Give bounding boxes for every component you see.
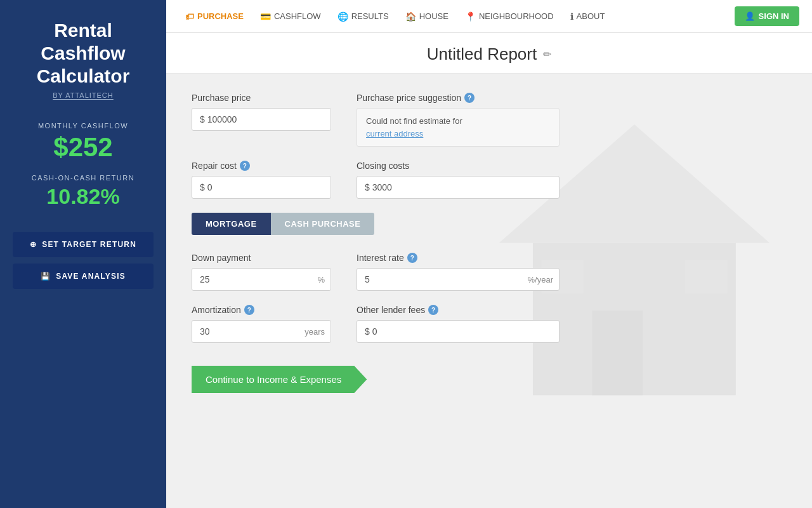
amortization-suffix: years [304, 327, 325, 337]
amortization-help-icon[interactable]: ? [244, 305, 254, 315]
nav-neighbourhood[interactable]: 📍 NEIGHBOURHOOD [459, 8, 560, 25]
neighbourhood-icon: 📍 [465, 11, 476, 22]
purchase-price-suggestion-label: Purchase price suggestion ? [357, 93, 560, 103]
suggestion-box: Could not find estimate for current addr… [357, 108, 560, 147]
closing-costs-group: Closing costs [357, 161, 560, 199]
down-payment-group: Down payment % [192, 253, 331, 291]
cash-purchase-button[interactable]: CASH PURCHASE [271, 213, 375, 235]
amortization-group: Amortization ? years [192, 305, 331, 343]
repair-cost-input[interactable] [192, 176, 331, 199]
interest-help-icon[interactable]: ? [407, 253, 417, 263]
down-payment-input-wrapper: % [192, 268, 331, 291]
interest-rate-input-wrapper: %/year [357, 268, 560, 291]
user-icon: 👤 [745, 11, 755, 21]
amortization-input-wrapper: years [192, 320, 331, 343]
other-lender-fees-input[interactable] [357, 320, 560, 343]
page-title-bar: Untitled Report ✏ [166, 33, 812, 74]
purchase-price-input[interactable] [192, 108, 331, 131]
continue-button[interactable]: Continue to Income & Expenses [192, 366, 367, 393]
nav-results[interactable]: 🌐 RESULTS [331, 8, 395, 25]
nav-purchase[interactable]: 🏷 PURCHASE [179, 8, 250, 25]
suggestion-help-icon[interactable]: ? [464, 93, 475, 103]
sign-in-button[interactable]: 👤 SIGN IN [735, 6, 799, 26]
house-icon: 🏠 [405, 11, 416, 22]
about-icon: ℹ [570, 11, 573, 22]
interest-rate-suffix: %/year [528, 275, 553, 284]
edit-title-icon[interactable]: ✏ [543, 48, 551, 60]
closing-costs-input[interactable] [357, 176, 560, 199]
sidebar-by: BY ATTALITECH [53, 91, 114, 99]
interest-rate-label: Interest rate ? [357, 253, 560, 263]
amortization-label: Amortization ? [192, 305, 331, 315]
app-title: RentalCashflowCalculator [37, 19, 130, 88]
toggle-group: MORTGAGE CASH PURCHASE [192, 213, 560, 235]
cashflow-icon: 💳 [260, 11, 271, 22]
save-icon: 💾 [41, 272, 51, 281]
other-lender-fees-label: Other lender fees ? [357, 305, 560, 315]
mortgage-button[interactable]: MORTGAGE [192, 213, 271, 235]
interest-rate-group: Interest rate ? %/year [357, 253, 560, 291]
down-payment-suffix: % [317, 275, 325, 284]
purchase-price-label: Purchase price [192, 93, 331, 103]
repair-cost-group: Repair cost ? [192, 161, 331, 199]
continue-row: Continue to Income & Expenses [192, 357, 560, 393]
results-icon: 🌐 [337, 11, 348, 22]
set-target-return-button[interactable]: ⊕ SET TARGET RETURN [13, 232, 154, 257]
content-area: Purchase price Purchase price suggestion… [166, 74, 812, 412]
purchase-form: Purchase price Purchase price suggestion… [192, 93, 787, 393]
target-icon: ⊕ [30, 240, 37, 249]
monthly-cashflow-value: $252 [53, 132, 112, 163]
save-analysis-button[interactable]: 💾 SAVE ANALYSIS [13, 264, 154, 289]
nav-house[interactable]: 🏠 HOUSE [399, 8, 455, 25]
suggestion-link[interactable]: current address [366, 129, 423, 138]
cash-on-cash-label: CASH-ON-CASH RETURN [32, 174, 134, 182]
other-lender-fees-group: Other lender fees ? [357, 305, 560, 343]
nav-about[interactable]: ℹ ABOUT [564, 8, 612, 25]
cash-on-cash-value: 10.82% [46, 184, 119, 209]
lender-fees-help-icon[interactable]: ? [428, 305, 438, 315]
down-payment-label: Down payment [192, 253, 331, 263]
closing-costs-label: Closing costs [357, 161, 560, 171]
top-nav: 🏷 PURCHASE 💳 CASHFLOW 🌐 RESULTS 🏠 HOUSE … [166, 0, 812, 33]
purchase-icon: 🏷 [185, 11, 194, 22]
repair-cost-label: Repair cost ? [192, 161, 331, 171]
repair-help-icon[interactable]: ? [240, 161, 250, 171]
purchase-price-group: Purchase price [192, 93, 331, 147]
main-content: 🏷 PURCHASE 💳 CASHFLOW 🌐 RESULTS 🏠 HOUSE … [166, 0, 812, 508]
purchase-price-suggestion-group: Purchase price suggestion ? Could not fi… [357, 93, 560, 147]
sidebar: RentalCashflowCalculator BY ATTALITECH M… [0, 0, 166, 508]
nav-cashflow[interactable]: 💳 CASHFLOW [254, 8, 327, 25]
down-payment-input[interactable] [192, 268, 331, 291]
payment-type-toggle: MORTGAGE CASH PURCHASE [192, 213, 560, 253]
monthly-cashflow-label: MONTHLY CASHFLOW [38, 122, 128, 130]
page-title: Untitled Report [427, 44, 537, 64]
